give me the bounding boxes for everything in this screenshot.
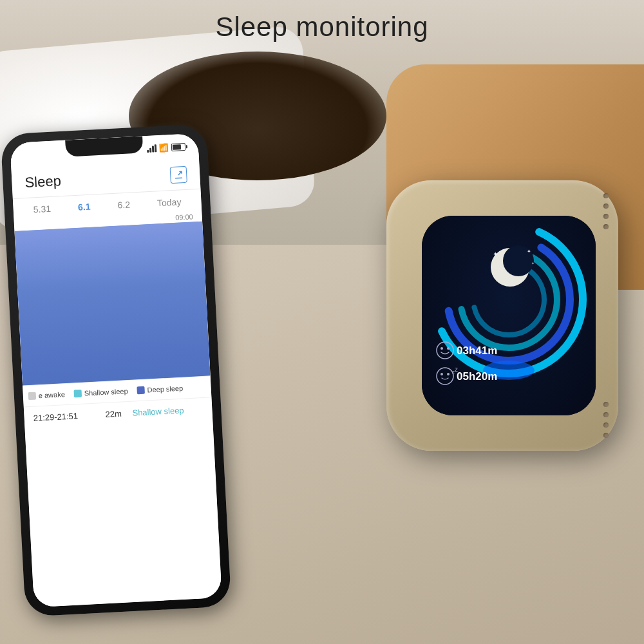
band-holes-top xyxy=(603,193,609,229)
watch-display: ✦ ✦ ✦ 03h41m xyxy=(422,216,596,415)
rings-svg: ✦ ✦ ✦ 03h41m xyxy=(422,216,596,415)
shallow-label: Shallow sleep xyxy=(84,387,128,397)
awake-label: e awake xyxy=(39,390,66,399)
band-hole xyxy=(603,422,609,428)
phone-mockup: 📶 Sleep 5.31 6.1 6.2 xyxy=(1,124,232,617)
shallow-dot xyxy=(73,390,82,398)
svg-point-14 xyxy=(437,368,453,384)
sleep-type: Shallow sleep xyxy=(132,406,184,418)
band-hole xyxy=(603,204,609,209)
deep-label: Deep sleep xyxy=(147,384,183,394)
svg-text:✦: ✦ xyxy=(531,261,535,265)
band-hole xyxy=(603,214,609,219)
watch-screen: ✦ ✦ ✦ 03h41m xyxy=(422,216,596,415)
legend-awake: e awake xyxy=(28,390,66,400)
app-title: Sleep xyxy=(24,173,62,191)
phone-screen: 📶 Sleep 5.31 6.1 6.2 xyxy=(10,133,222,607)
tab-62[interactable]: 6.2 xyxy=(112,198,135,212)
awake-dot xyxy=(28,392,37,401)
sleep-time-range: 21:29-21:51 xyxy=(33,410,98,423)
export-button[interactable] xyxy=(170,166,187,184)
app-content: Sleep 5.31 6.1 6.2 Today 09:00 xyxy=(11,159,222,607)
status-icons: 📶 xyxy=(147,142,186,153)
tab-61[interactable]: 6.1 xyxy=(73,200,96,214)
svg-text:03h41m: 03h41m xyxy=(457,345,497,357)
sleep-chart-fill xyxy=(14,222,210,386)
svg-point-15 xyxy=(440,373,443,375)
legend-shallow: Shallow sleep xyxy=(73,387,128,397)
svg-text:✦: ✦ xyxy=(527,249,531,254)
band-hole xyxy=(603,402,609,407)
watch-body: ✦ ✦ ✦ 03h41m xyxy=(386,180,618,451)
svg-point-12 xyxy=(447,347,450,350)
signal-icon xyxy=(147,144,157,153)
svg-point-11 xyxy=(440,347,443,350)
wifi-icon: 📶 xyxy=(159,143,169,153)
svg-text:05h20m: 05h20m xyxy=(457,370,497,383)
tab-today[interactable]: Today xyxy=(152,195,187,210)
band-hole xyxy=(603,433,609,438)
svg-text:✦: ✦ xyxy=(493,251,498,258)
battery-icon xyxy=(171,143,186,151)
tab-531[interactable]: 5.31 xyxy=(28,202,56,216)
sleep-chart xyxy=(14,222,210,386)
band-holes-bottom xyxy=(603,402,609,438)
band-hole xyxy=(603,193,609,198)
smartwatch: ✦ ✦ ✦ 03h41m xyxy=(367,161,644,496)
deep-dot xyxy=(137,386,145,395)
band-hole xyxy=(603,224,609,229)
band-hole xyxy=(603,412,609,417)
page-title: Sleep monitoring xyxy=(0,12,644,43)
svg-point-16 xyxy=(447,373,450,375)
sleep-duration: 22m xyxy=(105,408,125,419)
legend-deep: Deep sleep xyxy=(137,384,183,395)
